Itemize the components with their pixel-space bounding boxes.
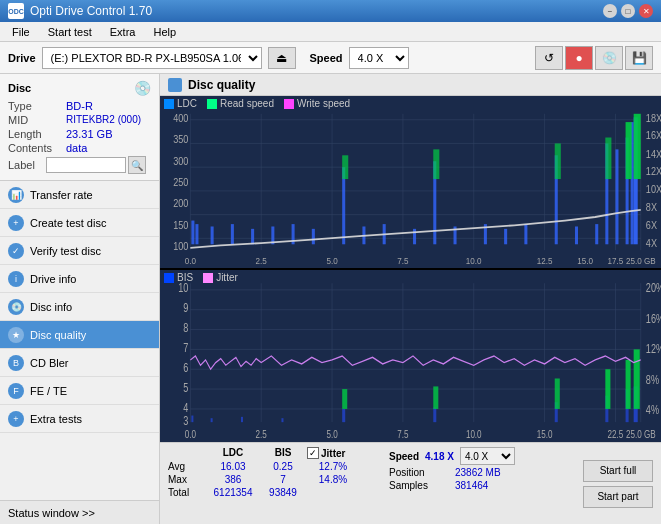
legend-read-label: Read speed xyxy=(220,98,274,109)
nav-verify-test-disc[interactable]: ✓ Verify test disc xyxy=(0,237,159,265)
window-controls: − □ ✕ xyxy=(603,4,653,18)
svg-text:4%: 4% xyxy=(646,403,660,416)
svg-rect-57 xyxy=(575,226,578,244)
svg-rect-64 xyxy=(342,155,348,179)
svg-rect-39 xyxy=(191,221,194,245)
disc-contents-row: Contents data xyxy=(8,142,151,154)
svg-text:6: 6 xyxy=(183,361,188,374)
svg-text:17.5: 17.5 xyxy=(608,256,624,267)
svg-rect-120 xyxy=(605,369,610,409)
svg-rect-111 xyxy=(342,409,345,422)
svg-text:16%: 16% xyxy=(646,312,661,325)
svg-text:10X: 10X xyxy=(646,184,661,196)
nav-disc-info[interactable]: 💿 Disc info xyxy=(0,293,159,321)
sidebar-status[interactable]: Status window >> xyxy=(0,500,159,524)
disc-label-row: Label 🔍 xyxy=(8,156,151,174)
drive-bar: Drive (E:) PLEXTOR BD-R PX-LB950SA 1.06 … xyxy=(0,42,661,74)
svg-text:2.5: 2.5 xyxy=(256,256,267,267)
svg-text:9: 9 xyxy=(183,301,188,314)
close-button[interactable]: ✕ xyxy=(639,4,653,18)
nav-drive-info[interactable]: i Drive info xyxy=(0,265,159,293)
svg-text:12.5: 12.5 xyxy=(537,256,553,267)
maximize-button[interactable]: □ xyxy=(621,4,635,18)
nav-disc-quality[interactable]: ★ Disc quality xyxy=(0,321,159,349)
ldc-max: 386 xyxy=(207,474,259,485)
jitter-max: 14.8% xyxy=(307,474,359,485)
svg-rect-50 xyxy=(413,229,416,244)
disc-type-row: Type BD-R xyxy=(8,100,151,112)
disc-label-label: Label xyxy=(8,159,46,171)
disc-button[interactable]: 💿 xyxy=(595,46,623,70)
nav-cd-bler[interactable]: B CD Bler xyxy=(0,349,159,377)
svg-text:18X: 18X xyxy=(646,112,661,124)
jitter-avg: 12.7% xyxy=(307,461,359,472)
nav-create-test-disc[interactable]: + Create test disc xyxy=(0,209,159,237)
record-button[interactable]: ● xyxy=(565,46,593,70)
nav-disc-info-label: Disc info xyxy=(30,301,72,313)
legend-jitter-label: Jitter xyxy=(216,272,238,283)
disc-label-input[interactable] xyxy=(46,157,126,173)
menu-start-test[interactable]: Start test xyxy=(40,24,100,40)
nav-drive-info-label: Drive info xyxy=(30,273,76,285)
bis-max: 7 xyxy=(263,474,303,485)
nav-transfer-rate-label: Transfer rate xyxy=(30,189,93,201)
speed-select[interactable]: 4.0 X xyxy=(349,47,409,69)
menu-file[interactable]: File xyxy=(4,24,38,40)
disc-panel: Disc 💿 Type BD-R MID RITEKBR2 (000) Leng… xyxy=(0,74,159,181)
speed-select-stats[interactable]: 4.0 X xyxy=(460,447,515,465)
start-part-button[interactable]: Start part xyxy=(583,486,653,508)
nav-fe-te[interactable]: F FE / TE xyxy=(0,377,159,405)
menu-bar: File Start test Extra Help xyxy=(0,22,661,42)
drive-select[interactable]: (E:) PLEXTOR BD-R PX-LB950SA 1.06 xyxy=(42,47,262,69)
svg-rect-109 xyxy=(241,417,243,422)
legend-write-label: Write speed xyxy=(297,98,350,109)
svg-text:5.0: 5.0 xyxy=(326,256,337,267)
jitter-col-header: Jitter xyxy=(321,448,373,459)
svg-text:12X: 12X xyxy=(646,166,661,178)
svg-rect-46 xyxy=(312,229,315,244)
svg-rect-40 xyxy=(195,224,198,244)
start-full-button[interactable]: Start full xyxy=(583,460,653,482)
minimize-button[interactable]: − xyxy=(603,4,617,18)
save-button[interactable]: 💾 xyxy=(625,46,653,70)
svg-rect-118 xyxy=(433,386,438,408)
sidebar: Disc 💿 Type BD-R MID RITEKBR2 (000) Leng… xyxy=(0,74,160,524)
svg-rect-67 xyxy=(605,138,611,180)
svg-rect-66 xyxy=(555,143,561,179)
svg-rect-65 xyxy=(433,149,439,179)
svg-text:0.0: 0.0 xyxy=(185,256,196,267)
nav-disc-quality-label: Disc quality xyxy=(30,329,86,341)
verify-test-disc-icon: ✓ xyxy=(8,243,24,259)
svg-text:10.0: 10.0 xyxy=(466,428,482,440)
jitter-checkbox[interactable]: ✓ xyxy=(307,447,319,459)
svg-rect-43 xyxy=(251,229,254,244)
drive-label: Drive xyxy=(8,52,36,64)
svg-rect-107 xyxy=(191,416,193,423)
svg-text:200: 200 xyxy=(173,198,189,210)
nav-extra-tests[interactable]: + Extra tests xyxy=(0,405,159,433)
eject-button[interactable]: ⏏ xyxy=(268,47,296,69)
chart-title-bar: Disc quality xyxy=(160,74,661,96)
bis-color-box xyxy=(164,273,174,283)
svg-rect-112 xyxy=(433,408,436,423)
svg-text:100: 100 xyxy=(173,241,189,253)
cd-bler-icon: B xyxy=(8,355,24,371)
disc-label-button[interactable]: 🔍 xyxy=(128,156,146,174)
main-content: Disc 💿 Type BD-R MID RITEKBR2 (000) Leng… xyxy=(0,74,661,524)
svg-rect-42 xyxy=(231,224,234,244)
create-test-disc-icon: + xyxy=(8,215,24,231)
nav-create-test-disc-label: Create test disc xyxy=(30,217,106,229)
refresh-button[interactable]: ↺ xyxy=(535,46,563,70)
type-label: Type xyxy=(8,100,66,112)
total-row-label: Total xyxy=(168,487,203,498)
menu-help[interactable]: Help xyxy=(145,24,184,40)
menu-extra[interactable]: Extra xyxy=(102,24,144,40)
nav-transfer-rate[interactable]: 📊 Transfer rate xyxy=(0,181,159,209)
svg-rect-54 xyxy=(504,229,507,244)
svg-text:16X: 16X xyxy=(646,129,661,141)
svg-rect-122 xyxy=(634,349,640,409)
svg-rect-55 xyxy=(524,224,527,244)
svg-text:22.5: 22.5 xyxy=(608,428,624,440)
write-color-box xyxy=(284,99,294,109)
svg-text:14X: 14X xyxy=(646,148,661,160)
